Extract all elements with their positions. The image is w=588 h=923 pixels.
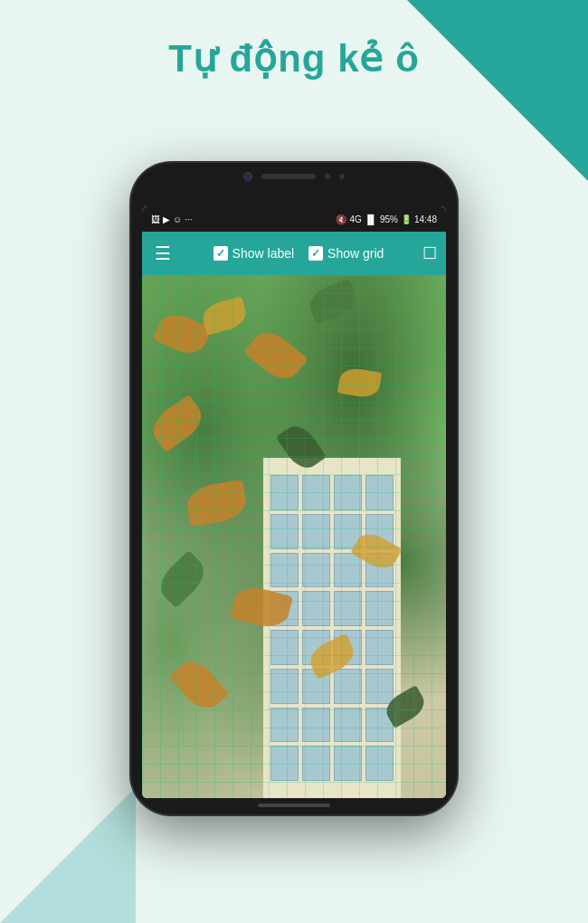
building-window <box>270 514 299 549</box>
phone-bottom-bar <box>258 804 330 807</box>
status-left: 🖼 ▶ ☺ ··· <box>151 214 193 224</box>
face-status-icon: ☺ <box>173 214 182 224</box>
building-window <box>334 669 362 704</box>
building-window <box>270 630 299 665</box>
building-window <box>365 630 394 665</box>
phone-camera <box>243 172 252 181</box>
building-window <box>302 746 330 781</box>
phone-screen: 🖼 ▶ ☺ ··· 🔇 4G ▐▌ 95% 🔋 14:48 ☰ <box>142 206 446 798</box>
mute-icon: 🔇 <box>336 214 346 224</box>
play-status-icon: ▶ <box>163 214 170 224</box>
signal-text: 4G <box>349 214 361 224</box>
show-label-option[interactable]: ✓ Show label <box>213 246 295 261</box>
image-status-icon: 🖼 <box>151 214 160 224</box>
building-window <box>270 708 299 743</box>
building-window <box>270 746 299 781</box>
checkbox-check-grid-icon: ✓ <box>311 248 320 259</box>
building-window <box>334 591 362 626</box>
building-window <box>302 553 330 588</box>
building-window <box>334 475 362 510</box>
gallery-icon: ☐ <box>422 244 437 262</box>
building-window <box>365 746 394 781</box>
show-label-checkbox[interactable]: ✓ <box>213 246 228 261</box>
building-window <box>270 475 299 510</box>
building-window <box>334 746 362 781</box>
signal-bars-icon: ▐▌ <box>365 214 377 224</box>
time-display: 14:48 <box>414 214 437 224</box>
screen-content: 🖼 ▶ ☺ ··· 🔇 4G ▐▌ 95% 🔋 14:48 ☰ <box>142 206 446 798</box>
building-window <box>302 708 330 743</box>
building-window <box>365 475 394 510</box>
phone-top-bar <box>243 172 345 181</box>
status-right: 🔇 4G ▐▌ 95% 🔋 14:48 <box>336 214 437 224</box>
image-container <box>142 275 446 798</box>
hamburger-menu-button[interactable]: ☰ <box>151 239 175 268</box>
show-grid-text: Show grid <box>327 246 384 261</box>
phone-sensor-2 <box>339 174 345 179</box>
battery-text: 95% <box>380 214 398 224</box>
show-grid-option[interactable]: ✓ Show grid <box>308 246 384 261</box>
building-window <box>270 553 299 588</box>
toolbar: ☰ ✓ Show label ✓ Show <box>142 232 446 275</box>
phone-speaker <box>261 174 316 179</box>
bg-decoration-top-right <box>407 0 588 181</box>
building-window <box>302 591 330 626</box>
dots-status-icon: ··· <box>185 214 192 224</box>
page-title: Tự động kẻ ô <box>0 36 588 81</box>
building-window <box>365 669 394 704</box>
show-label-text: Show label <box>232 246 295 261</box>
building-window <box>270 669 299 704</box>
building-window <box>334 553 362 588</box>
checkbox-check-icon: ✓ <box>216 248 225 259</box>
phone-frame: 🖼 ▶ ☺ ··· 🔇 4G ▐▌ 95% 🔋 14:48 ☰ <box>131 163 457 814</box>
bg-decoration-bottom-left <box>0 787 136 923</box>
image-area <box>142 275 446 798</box>
building-windows <box>270 475 394 781</box>
show-grid-checkbox[interactable]: ✓ <box>308 246 323 261</box>
hamburger-icon: ☰ <box>155 243 171 263</box>
status-bar: 🖼 ▶ ☺ ··· 🔇 4G ▐▌ 95% 🔋 14:48 <box>142 206 446 232</box>
building-window <box>302 514 330 549</box>
building-window <box>334 708 362 743</box>
building-window <box>302 475 330 510</box>
building-facade <box>263 458 400 798</box>
toolbar-options: ✓ Show label ✓ Show grid <box>182 246 415 261</box>
gallery-button[interactable]: ☐ <box>422 243 437 263</box>
battery-icon: 🔋 <box>401 214 412 224</box>
building-window <box>365 591 394 626</box>
phone-sensor <box>325 174 330 179</box>
